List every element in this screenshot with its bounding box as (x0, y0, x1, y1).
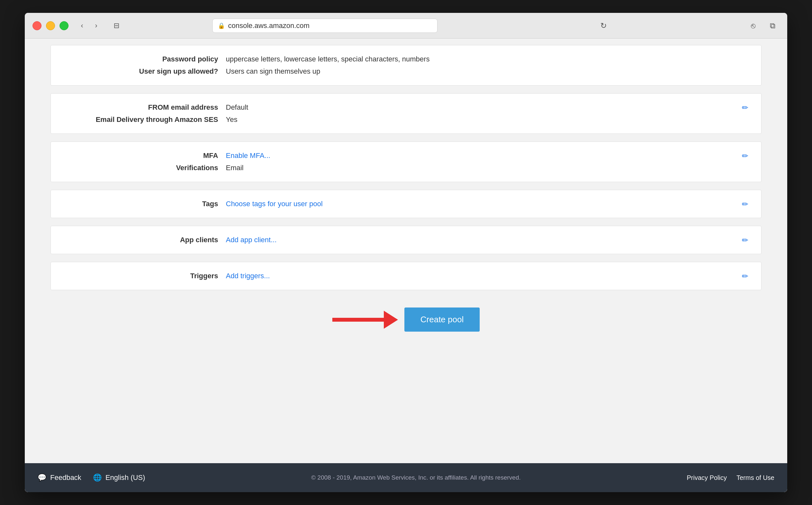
terms-of-use-link[interactable]: Terms of Use (737, 474, 774, 482)
back-button[interactable]: ‹ (76, 20, 88, 31)
refresh-button[interactable]: ↻ (600, 21, 607, 30)
verifications-label: Verifications (64, 164, 218, 172)
browser-actions: ⎋ ⧉ (746, 19, 780, 33)
traffic-lights (32, 21, 68, 30)
verifications-value: Email (226, 164, 243, 172)
feedback-section: 💬 Feedback (38, 474, 82, 482)
ses-label: Email Delivery through Amazon SES (64, 116, 218, 124)
footer-left: 💬 Feedback 🌐 English (US) (38, 474, 145, 482)
globe-icon: 🌐 (93, 474, 102, 482)
email-edit-icon[interactable]: ✏ (742, 103, 748, 112)
card-row: FROM email address Default (64, 103, 748, 112)
tags-card: Tags Choose tags for your user pool ✏ (50, 190, 762, 218)
from-email-value: Default (226, 103, 249, 112)
triggers-card: Triggers Add triggers... ✏ (50, 262, 762, 290)
arrow-container (332, 311, 398, 329)
password-policy-label: Password policy (64, 55, 218, 63)
url-text: console.aws.amazon.com (228, 22, 310, 30)
chat-icon: 💬 (38, 474, 46, 482)
language-section: 🌐 English (US) (93, 474, 145, 482)
language-label[interactable]: English (US) (106, 474, 145, 482)
sidebar-toggle-button[interactable]: ⊟ (110, 20, 123, 31)
footer-links: Privacy Policy Terms of Use (687, 474, 774, 482)
password-policy-value: uppercase letters, lowercase letters, sp… (226, 55, 430, 63)
card-row: User sign ups allowed? Users can sign th… (64, 67, 748, 75)
minimize-button[interactable] (46, 21, 55, 30)
user-signups-label: User sign ups allowed? (64, 67, 218, 75)
mfa-edit-icon[interactable]: ✏ (742, 152, 748, 161)
close-button[interactable] (32, 21, 41, 30)
forward-button[interactable]: › (91, 20, 102, 31)
browser-frame: ‹ › ⊟ 🔒 console.aws.amazon.com ↻ ⎋ ⧉ Pas… (25, 13, 787, 492)
email-config-card: FROM email address Default Email Deliver… (50, 93, 762, 134)
tags-label: Tags (64, 200, 218, 208)
copyright-text: © 2008 - 2019, Amazon Web Services, Inc.… (145, 474, 687, 481)
from-email-label: FROM email address (64, 103, 218, 112)
card-row: Password policy uppercase letters, lower… (64, 55, 748, 63)
feedback-label[interactable]: Feedback (50, 474, 82, 482)
browser-window: ‹ › ⊟ 🔒 console.aws.amazon.com ↻ ⎋ ⧉ Pas… (0, 0, 812, 505)
maximize-button[interactable] (59, 21, 68, 30)
triggers-edit-icon[interactable]: ✏ (742, 272, 748, 281)
new-tab-button[interactable]: ⧉ (765, 19, 780, 33)
password-policy-card: Password policy uppercase letters, lower… (50, 45, 762, 86)
card-row: Email Delivery through Amazon SES Yes (64, 116, 748, 124)
mfa-label: MFA (64, 152, 218, 160)
triggers-link[interactable]: Add triggers... (226, 272, 270, 280)
app-clients-card: App clients Add app client... ✏ (50, 226, 762, 254)
red-arrow (332, 311, 398, 329)
tags-edit-icon[interactable]: ✏ (742, 200, 748, 209)
app-clients-edit-icon[interactable]: ✏ (742, 236, 748, 245)
address-bar[interactable]: 🔒 console.aws.amazon.com (212, 19, 438, 33)
card-row: MFA Enable MFA... (64, 152, 748, 160)
create-pool-button[interactable]: Create pool (404, 308, 480, 332)
footer: 💬 Feedback 🌐 English (US) © 2008 - 2019,… (25, 463, 787, 492)
triggers-label: Triggers (64, 272, 218, 280)
main-area: Password policy uppercase letters, lower… (25, 39, 787, 463)
action-section: Create pool (50, 298, 762, 348)
arrow-shaft (332, 318, 384, 322)
nav-buttons: ‹ › (76, 20, 102, 31)
tags-link[interactable]: Choose tags for your user pool (226, 200, 323, 208)
mfa-link[interactable]: Enable MFA... (226, 152, 270, 160)
title-bar: ‹ › ⊟ 🔒 console.aws.amazon.com ↻ ⎋ ⧉ (25, 13, 787, 39)
card-row: App clients Add app client... (64, 236, 748, 244)
page-content: Password policy uppercase letters, lower… (25, 39, 787, 492)
user-signups-value: Users can sign themselves up (226, 67, 320, 75)
card-row: Tags Choose tags for your user pool (64, 200, 748, 208)
ses-value: Yes (226, 116, 237, 124)
privacy-policy-link[interactable]: Privacy Policy (687, 474, 727, 482)
arrow-head (384, 311, 398, 329)
app-clients-label: App clients (64, 236, 218, 244)
card-row: Triggers Add triggers... (64, 272, 748, 280)
app-clients-link[interactable]: Add app client... (226, 236, 277, 244)
mfa-card: MFA Enable MFA... Verifications Email ✏ (50, 142, 762, 182)
card-row: Verifications Email (64, 164, 748, 172)
lock-icon: 🔒 (218, 22, 225, 29)
share-button[interactable]: ⎋ (746, 19, 760, 33)
